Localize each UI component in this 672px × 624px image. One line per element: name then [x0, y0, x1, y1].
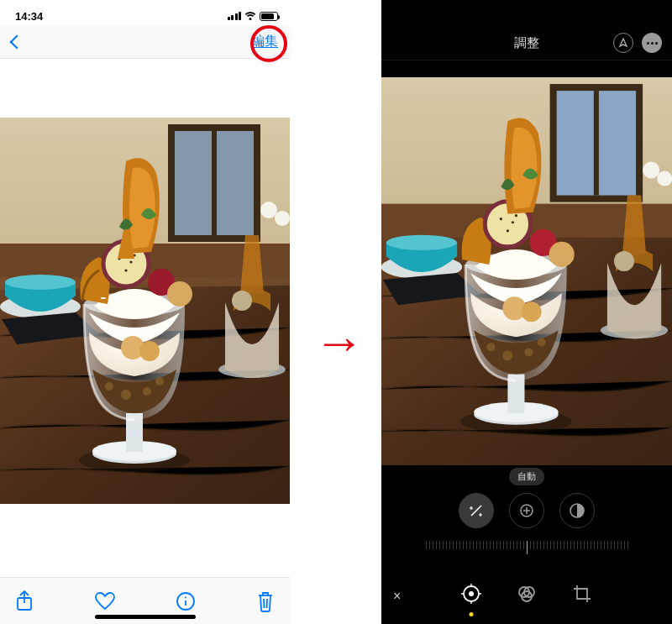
svg-rect-34 [144, 294, 150, 296]
svg-point-20 [143, 387, 151, 396]
svg-point-7 [275, 211, 290, 226]
edit-photo-viewport[interactable] [381, 77, 672, 465]
svg-point-57 [502, 350, 512, 360]
status-time: 14:34 [15, 10, 43, 23]
trash-icon[interactable] [256, 590, 275, 612]
svg-rect-35 [165, 302, 169, 304]
svg-point-10 [5, 275, 76, 290]
svg-point-61 [521, 302, 541, 322]
svg-point-21 [155, 377, 164, 385]
svg-point-73 [469, 591, 474, 596]
adjust-slider[interactable] [407, 537, 647, 558]
svg-point-65 [512, 221, 514, 223]
crop-mode-button[interactable] [572, 584, 592, 608]
battery-icon [260, 12, 278, 21]
wifi-icon [244, 12, 256, 20]
status-icons [228, 12, 279, 21]
svg-point-27 [129, 260, 132, 263]
svg-point-44 [643, 161, 659, 178]
svg-point-12 [232, 291, 252, 311]
svg-rect-33 [101, 297, 106, 299]
brilliance-button[interactable] [559, 493, 595, 528]
svg-point-64 [500, 218, 502, 220]
svg-point-23 [139, 341, 160, 361]
svg-point-45 [657, 170, 672, 186]
edit-mode-bar [381, 567, 672, 624]
exposure-button[interactable] [509, 493, 544, 528]
adjust-mode-button[interactable] [461, 584, 481, 608]
info-icon[interactable] [176, 591, 196, 611]
edit-header: 調整 [381, 0, 672, 60]
edit-title: 調整 [514, 35, 539, 51]
markup-icon[interactable] [613, 33, 633, 53]
svg-point-66 [507, 229, 509, 232]
svg-point-50 [614, 251, 634, 271]
auto-enhance-button[interactable] [459, 493, 494, 528]
home-indicator[interactable] [95, 615, 196, 619]
svg-point-19 [121, 390, 131, 400]
more-icon[interactable] [642, 33, 662, 53]
svg-point-67 [515, 214, 517, 217]
auto-label: 自動 [509, 468, 544, 485]
svg-point-48 [386, 235, 457, 250]
svg-point-6 [260, 202, 277, 218]
heart-icon[interactable] [94, 591, 116, 611]
photos-viewer-screen: 14:34 編集 [0, 0, 290, 624]
svg-point-32 [167, 281, 192, 307]
photos-edit-screen: 調整 [381, 0, 672, 624]
annotation-arrow: → [314, 317, 365, 368]
slider-ticks [426, 541, 628, 554]
nav-bar: 編集 [0, 25, 290, 59]
svg-point-59 [538, 338, 546, 346]
adjust-tools-row [381, 489, 672, 532]
svg-point-38 [185, 596, 186, 598]
svg-point-18 [105, 382, 113, 391]
filters-mode-button[interactable] [517, 584, 537, 608]
svg-point-69 [549, 242, 575, 267]
svg-point-28 [124, 269, 127, 271]
edit-button[interactable]: 編集 [251, 33, 278, 50]
cellular-icon [228, 12, 242, 20]
back-chevron-icon[interactable] [10, 34, 24, 49]
svg-point-56 [486, 343, 495, 351]
photo-viewport[interactable] [0, 118, 290, 504]
share-icon[interactable] [15, 590, 34, 612]
status-bar: 14:34 [0, 0, 290, 25]
svg-point-58 [524, 348, 533, 356]
